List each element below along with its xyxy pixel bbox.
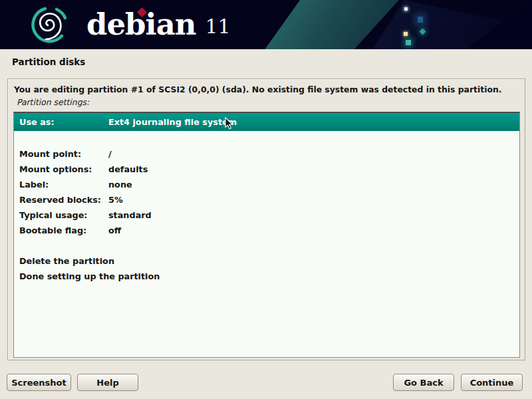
continue-button[interactable]: Continue xyxy=(461,374,523,391)
header-strip: Partition disks xyxy=(0,49,532,78)
banner-pixel-diamond xyxy=(420,29,426,35)
page-title: Partition disks xyxy=(12,57,85,67)
mouse-cursor xyxy=(225,117,236,130)
banner: debian 11 xyxy=(0,0,532,49)
setting-label: Mount options: xyxy=(19,162,108,177)
brand-version: 11 xyxy=(205,0,231,49)
setting-label: Use as: xyxy=(19,113,108,131)
go-back-button[interactable]: Go Back xyxy=(393,374,454,391)
list-item-mount-point[interactable]: Mount point: / xyxy=(14,146,519,162)
list-item-delete-partition[interactable]: Delete the partition xyxy=(14,253,519,269)
setting-value: 5% xyxy=(108,192,123,207)
setting-label: Label: xyxy=(19,177,108,192)
banner-pixel-blue xyxy=(418,17,423,23)
banner-art-navy-wedge xyxy=(372,0,532,49)
debian-swirl-logo-icon xyxy=(28,3,72,47)
setting-value: standard xyxy=(108,207,152,223)
list-item-done-partition[interactable]: Done setting up the partition xyxy=(14,269,519,284)
list-item-reserved-blocks[interactable]: Reserved blocks: 5% xyxy=(14,192,519,207)
setting-value: / xyxy=(108,146,112,162)
setting-label: Mount point: xyxy=(19,146,108,162)
setting-value: defaults xyxy=(108,162,148,177)
setting-label: Bootable flag: xyxy=(19,223,108,238)
footer-right-buttons: Go Back Continue xyxy=(393,374,523,391)
screenshot-button[interactable]: Screenshot xyxy=(7,374,71,391)
banner-art-teal-wedge xyxy=(255,0,415,49)
setting-value: Ext4 journaling file system xyxy=(108,113,237,131)
banner-pixel-white xyxy=(404,7,408,11)
banner-pixel-teal xyxy=(406,40,411,45)
setting-value: off xyxy=(108,223,121,238)
banner-art-right-wedge xyxy=(466,0,532,49)
list-item-mount-options[interactable]: Mount options: defaults xyxy=(14,162,519,177)
list-item-typical-usage[interactable]: Typical usage: standard xyxy=(14,207,519,223)
help-button[interactable]: Help xyxy=(77,374,138,391)
list-item-use-as[interactable]: Use as: Ext4 journaling file system xyxy=(14,113,519,131)
list-spacer xyxy=(14,238,519,253)
action-label: Done setting up the partition xyxy=(19,269,160,284)
info-message: You are editing partition #1 of SCSI2 (0… xyxy=(14,84,501,94)
partition-settings-label: Partition settings: xyxy=(17,97,89,107)
footer-left-buttons: Screenshot Help xyxy=(7,374,138,391)
list-item-bootable-flag[interactable]: Bootable flag: off xyxy=(14,223,519,238)
content-frame: You are editing partition #1 of SCSI2 (0… xyxy=(7,78,525,360)
list-spacer xyxy=(14,131,519,146)
setting-label: Reserved blocks: xyxy=(19,192,108,207)
action-label: Delete the partition xyxy=(19,253,114,269)
banner-pixel-yellow xyxy=(404,32,408,36)
setting-value: none xyxy=(108,177,132,192)
setting-label: Typical usage: xyxy=(19,207,108,223)
partition-settings-list: Use as: Ext4 journaling file system Moun… xyxy=(13,112,520,358)
list-item-label[interactable]: Label: none xyxy=(14,177,519,192)
